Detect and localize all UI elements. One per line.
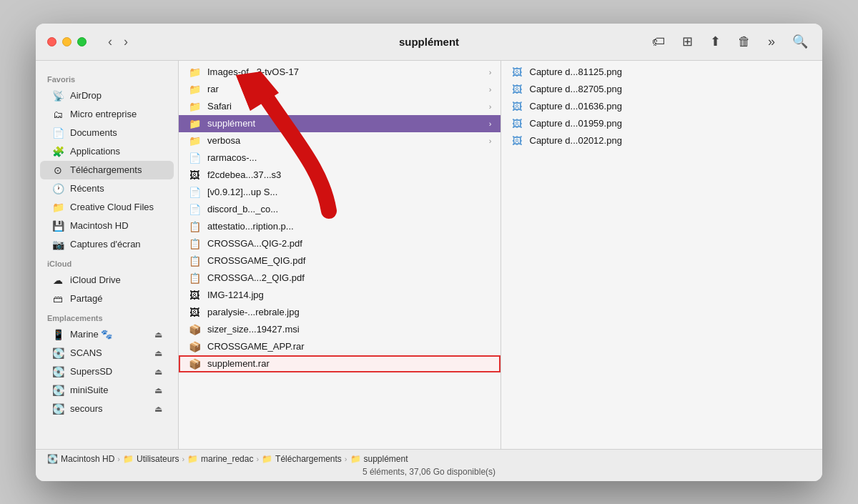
- close-button[interactable]: [47, 37, 56, 46]
- breadcrumb-macintosh[interactable]: 💽 Macintosh HD: [47, 454, 114, 464]
- file-name-crossgame-app: CROSSGAME_APP.rar: [207, 341, 492, 352]
- file-row-crossga1[interactable]: 📋 CROSSGA...QIG-2.pdf: [179, 235, 500, 252]
- file-name-f2cdebea: f2cdebea...37...s3: [207, 169, 492, 180]
- sidebar-item-documents[interactable]: 📄 Documents: [40, 124, 174, 142]
- file-row-capture5[interactable]: 🖼 Capture d...02012.png: [501, 132, 823, 149]
- main-content: Favoris 📡 AirDrop 🗂 Micro entreprise 📄 D…: [36, 61, 822, 449]
- file-row-safari[interactable]: 📁 Safari ›: [179, 98, 500, 115]
- file-row-supplement[interactable]: 📁 supplément ›: [179, 115, 500, 132]
- sidebar-label-telechargements: Téléchargements: [70, 164, 142, 175]
- share-icon[interactable]: ⬆: [707, 31, 724, 52]
- delete-icon[interactable]: 🗑: [735, 31, 754, 52]
- file-row-images[interactable]: 📁 Images-of...3-tvOS-17 ›: [179, 64, 500, 81]
- breadcrumb-supplement[interactable]: 📁 supplément: [350, 454, 408, 464]
- sidebar-item-minisuite[interactable]: 💽 miniSuite ⏏: [40, 381, 174, 400]
- file-row-capture4[interactable]: 🖼 Capture d...01959.png: [501, 115, 823, 132]
- organize-icon[interactable]: ⊞: [679, 31, 696, 52]
- file-row-crossgame-app[interactable]: 📦 CROSSGAME_APP.rar: [179, 338, 500, 355]
- sidebar-label-macintosh-hd: Macintosh HD: [70, 220, 129, 231]
- bc-supplement-icon: 📁: [350, 454, 361, 464]
- breadcrumb-marine[interactable]: 📁 marine_redac: [187, 454, 253, 464]
- search-icon[interactable]: 🔍: [789, 31, 811, 52]
- pdf-icon: 📋: [187, 272, 202, 284]
- eject-minisuite-icon[interactable]: ⏏: [154, 385, 162, 395]
- marine-icon: 📱: [51, 329, 64, 340]
- maximize-button[interactable]: [77, 37, 87, 46]
- png-icon: 🖼: [510, 66, 524, 78]
- sidebar-item-secours[interactable]: 💽 secours ⏏: [40, 400, 174, 418]
- file-name-images: Images-of...3-tvOS-17: [207, 66, 483, 77]
- sidebar-item-partage[interactable]: 🗃 Partagé: [40, 290, 174, 308]
- eject-marine-icon[interactable]: ⏏: [154, 330, 162, 340]
- pdf-icon: 📋: [187, 238, 202, 249]
- chevron-icon: ›: [489, 102, 492, 111]
- file-name-crossgame-qig: CROSSGAME_QIG.pdf: [207, 255, 492, 266]
- sidebar-item-icloud-drive[interactable]: ☁ iCloud Drive: [40, 271, 174, 290]
- file-row-supplement-rar[interactable]: 📦 supplement.rar: [179, 355, 500, 372]
- file-row-attestation[interactable]: 📋 attestatio...ription.p...: [179, 218, 500, 235]
- file-pane-1: 📁 Images-of...3-tvOS-17 › 📁 rar › 📁 Safa…: [179, 61, 501, 449]
- file-row-v0912[interactable]: 📄 [v0.9.12]...up S...: [179, 184, 500, 201]
- minimize-button[interactable]: [62, 37, 72, 46]
- file-name-capture4: Capture d...01959.png: [530, 118, 814, 129]
- breadcrumb-telechargements[interactable]: 📁 Téléchargements: [262, 454, 342, 464]
- sidebar-item-creative-cloud[interactable]: 📁 Creative Cloud Files: [40, 198, 174, 217]
- file-row-rar[interactable]: 📁 rar ›: [179, 81, 500, 98]
- sidebar-item-marine[interactable]: 📱 Marine 🐾 ⏏: [40, 325, 174, 344]
- file-row-img1214[interactable]: 🖼 IMG-1214.jpg: [179, 287, 500, 304]
- breadcrumb-utilisateurs[interactable]: 📁 Utilisateurs: [123, 454, 179, 464]
- sidebar-item-scans[interactable]: 💽 SCANS ⏏: [40, 344, 174, 362]
- sidebar-item-macintosh-hd[interactable]: 💾 Macintosh HD: [40, 217, 174, 235]
- sidebar-label-marine: Marine 🐾: [70, 329, 112, 340]
- file-row-discord[interactable]: 📄 discord_b..._co...: [179, 201, 500, 218]
- bc-marine-label: marine_redac: [201, 454, 253, 464]
- minisuite-icon: 💽: [51, 385, 64, 396]
- creative-cloud-icon: 📁: [51, 202, 64, 213]
- sidebar-item-airdrop[interactable]: 📡 AirDrop: [40, 87, 174, 105]
- png-icon: 🖼: [510, 84, 524, 95]
- sidebar-label-recents: Récents: [70, 183, 104, 194]
- file-row-f2cdebea[interactable]: 🖼 f2cdebea...37...s3: [179, 167, 500, 184]
- file-row-sizer[interactable]: 📦 sizer_size...19427.msi: [179, 321, 500, 338]
- sidebar-item-telechargements[interactable]: ⊙ Téléchargements: [40, 161, 174, 179]
- sidebar-label-minisuite: miniSuite: [70, 385, 108, 395]
- sidebar-item-applications[interactable]: 🧩 Applications: [40, 142, 174, 161]
- bc-macintosh-icon: 💽: [47, 454, 58, 464]
- file-row-crossgame-qig[interactable]: 📋 CROSSGAME_QIG.pdf: [179, 252, 500, 270]
- breadcrumb: 💽 Macintosh HD › 📁 Utilisateurs › 📁 mari…: [47, 454, 811, 464]
- file-row-capture3[interactable]: 🖼 Capture d...01636.png: [501, 98, 823, 115]
- tag-icon[interactable]: 🏷: [649, 31, 668, 52]
- sidebar-item-superssd[interactable]: 💽 SupersSD ⏏: [40, 362, 174, 381]
- file-area-wrapper: 📁 Images-of...3-tvOS-17 › 📁 rar › 📁 Safa…: [179, 61, 822, 449]
- file-row-verbosa[interactable]: 📁 verbosa ›: [179, 132, 500, 149]
- more-icon[interactable]: »: [765, 31, 778, 52]
- rar-icon: 📦: [187, 358, 202, 370]
- file-row-crossga2[interactable]: 📋 CROSSGA...2_QIG.pdf: [179, 270, 500, 287]
- file-row-capture1[interactable]: 🖼 Capture d...81125.png: [501, 64, 823, 81]
- doc-icon: 📄: [187, 187, 202, 198]
- folder-icon: 📁: [187, 101, 202, 112]
- file-row-capture2[interactable]: 🖼 Capture d...82705.png: [501, 81, 823, 98]
- sidebar-item-micro-entreprise[interactable]: 🗂 Micro entreprise: [40, 105, 174, 124]
- eject-secours-icon[interactable]: ⏏: [154, 404, 162, 414]
- bc-sep-1: ›: [117, 455, 120, 463]
- chevron-icon: ›: [489, 68, 492, 76]
- sidebar-label-scans: SCANS: [70, 347, 102, 358]
- file-name-discord: discord_b..._co...: [207, 204, 492, 214]
- superssd-icon: 💽: [51, 366, 64, 377]
- eject-superssd-icon[interactable]: ⏏: [154, 367, 162, 377]
- forward-button[interactable]: ›: [119, 31, 132, 52]
- jpg-icon: 🖼: [187, 307, 202, 318]
- bc-telechargements-icon: 📁: [262, 454, 272, 464]
- file-row-rarmacos[interactable]: 📄 rarmacos-...: [179, 149, 500, 167]
- eject-scans-icon[interactable]: ⏏: [154, 348, 162, 358]
- back-button[interactable]: ‹: [104, 31, 117, 52]
- file-name-verbosa: verbosa: [207, 135, 483, 146]
- sidebar-section-icloud: iCloud: [36, 254, 178, 271]
- sidebar-item-captures[interactable]: 📷 Captures d'écran: [40, 235, 174, 254]
- nav-buttons: ‹ ›: [104, 31, 132, 52]
- sidebar-item-recents[interactable]: 🕐 Récents: [40, 179, 174, 198]
- file-name-supplement: supplément: [207, 118, 483, 129]
- file-row-paralysie[interactable]: 🖼 paralysie-...rebrale.jpg: [179, 304, 500, 321]
- file-name-safari: Safari: [207, 101, 483, 112]
